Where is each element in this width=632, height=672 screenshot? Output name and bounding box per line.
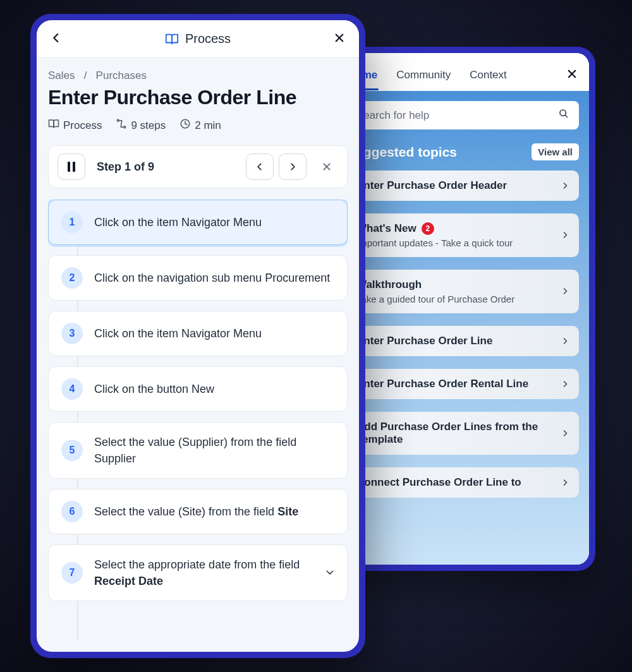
step-text: Select the appropriate date from the fie…	[94, 556, 314, 589]
pause-button[interactable]	[58, 153, 85, 180]
process-close-button[interactable]	[334, 31, 345, 47]
chevron-down-icon[interactable]	[325, 568, 334, 579]
chevron-right-icon	[561, 428, 569, 439]
chevron-right-icon	[561, 230, 569, 241]
process-panel: Process Sales / Purchases Enter Purchase…	[30, 14, 365, 658]
search-input[interactable]: Search for help	[346, 101, 579, 129]
step-text: Click on the button New	[94, 381, 334, 397]
step-item[interactable]: 2Click on the navigation sub menu Procur…	[48, 255, 348, 301]
topic-card[interactable]: Enter Purchase Order Header	[346, 171, 579, 201]
topic-title: Enter Purchase Order Rental Line	[356, 378, 561, 390]
topic-subtitle: Take a guided tour of Purchase Order	[356, 294, 561, 304]
breadcrumb: Sales / Purchases	[48, 69, 348, 82]
meta-process: Process	[48, 118, 102, 133]
search-placeholder: Search for help	[356, 109, 429, 122]
step-text: Click on the item Navigator Menu	[94, 325, 334, 342]
step-number: 7	[61, 562, 83, 584]
meta-time: 2 min	[179, 118, 221, 133]
back-button[interactable]	[51, 31, 62, 47]
help-body: Search for help Suggested topics View al…	[336, 91, 589, 565]
step-number: 5	[61, 440, 83, 461]
topic-title: Enter Purchase Order Line	[356, 335, 561, 347]
chevron-right-icon	[561, 477, 569, 488]
topic-card[interactable]: Enter Purchase Order Line	[346, 326, 579, 356]
step-item[interactable]: 7Select the appropriate date from the fi…	[48, 544, 348, 601]
chevron-right-icon	[561, 379, 569, 390]
breadcrumb-sep: /	[84, 69, 87, 81]
breadcrumb-current[interactable]: Purchases	[96, 69, 147, 81]
topic-card[interactable]: Add Purchase Order Lines from the Templa…	[346, 412, 579, 455]
step-item[interactable]: 1Click on the item Navigator Menu	[48, 200, 348, 245]
tab-community[interactable]: Community	[396, 64, 451, 87]
step-text: Click on the item Navigator Menu	[94, 214, 334, 231]
step-item[interactable]: 3Click on the item Navigator Menu	[48, 311, 348, 356]
fade-overlay	[336, 527, 589, 565]
pause-icon	[68, 162, 75, 172]
topic-title: Enter Purchase Order Header	[356, 179, 561, 192]
topic-title: Connect Purchase Order Line to	[356, 476, 561, 489]
topic-subtitle: Important updates - Take a quick tour	[356, 237, 561, 248]
clock-icon	[179, 118, 191, 133]
step-number: 2	[61, 267, 83, 289]
process-header: Process	[37, 20, 359, 58]
step-number: 4	[61, 378, 83, 400]
topic-card[interactable]: What's New2Important updates - Take a qu…	[346, 213, 579, 257]
suggested-topics-header: Suggested topics View all	[346, 143, 579, 160]
step-text: Select the value (Supplier) from the fie…	[94, 434, 334, 467]
close-steps-button[interactable]	[315, 153, 338, 180]
header-title: Process	[185, 32, 231, 46]
topic-card[interactable]: WalkthroughTake a guided tour of Purchas…	[346, 270, 579, 313]
prev-step-button[interactable]	[246, 153, 274, 180]
step-number: 3	[61, 323, 83, 344]
process-body: Sales / Purchases Enter Purchase Order L…	[37, 58, 359, 652]
help-tabs: HomeCommunityContext	[336, 53, 589, 91]
step-text: Click on the navigation sub menu Procure…	[94, 270, 334, 286]
book-icon	[48, 118, 59, 133]
topic-title: Walkthrough	[356, 279, 561, 291]
meta-steps-label: 9 steps	[131, 119, 166, 132]
meta-process-label: Process	[63, 119, 102, 132]
header-title-group: Process	[62, 32, 334, 46]
step-number: 6	[61, 501, 83, 522]
step-progress-label: Step 1 of 9	[97, 160, 246, 174]
step-item[interactable]: 6Select the value (Site) from the field …	[48, 489, 348, 534]
meta-row: Process 9 steps 2 min	[48, 118, 348, 133]
help-close-button[interactable]	[566, 68, 578, 83]
topic-card[interactable]: Enter Purchase Order Rental Line	[346, 369, 579, 399]
topics-list: Enter Purchase Order HeaderWhat's New2Im…	[346, 171, 579, 498]
notification-badge: 2	[422, 222, 434, 235]
tab-context[interactable]: Context	[470, 64, 507, 87]
view-all-button[interactable]: View all	[532, 143, 579, 160]
svg-line-3	[565, 115, 568, 117]
svg-point-2	[560, 110, 566, 116]
topic-title: Add Purchase Order Lines from the Templa…	[356, 421, 561, 446]
book-icon	[165, 32, 179, 46]
search-icon	[559, 109, 569, 122]
step-controls: Step 1 of 9	[48, 145, 348, 188]
meta-steps: 9 steps	[116, 118, 166, 133]
chevron-right-icon	[561, 336, 569, 347]
breadcrumb-root[interactable]: Sales	[48, 69, 75, 81]
topic-title: What's New2	[356, 222, 561, 235]
step-text: Select the value (Site) from the field S…	[94, 503, 334, 520]
steps-list: 1Click on the item Navigator Menu2Click …	[48, 200, 348, 652]
chevron-right-icon	[561, 286, 569, 297]
help-panel: HomeCommunityContext Search for help Sug…	[330, 47, 595, 571]
process-panel-inner: Process Sales / Purchases Enter Purchase…	[37, 20, 359, 652]
topic-card[interactable]: Connect Purchase Order Line to	[346, 467, 579, 498]
step-nav-group	[246, 153, 338, 180]
help-panel-inner: HomeCommunityContext Search for help Sug…	[336, 53, 589, 565]
meta-time-label: 2 min	[195, 119, 221, 132]
step-item[interactable]: 4Click on the button New	[48, 366, 348, 412]
step-item[interactable]: 5Select the value (Supplier) from the fi…	[48, 422, 348, 479]
next-step-button[interactable]	[279, 153, 307, 180]
chevron-right-icon	[561, 181, 569, 191]
step-number: 1	[61, 212, 83, 233]
steps-icon	[116, 118, 127, 133]
page-title: Enter Purchase Order Line	[48, 86, 348, 109]
